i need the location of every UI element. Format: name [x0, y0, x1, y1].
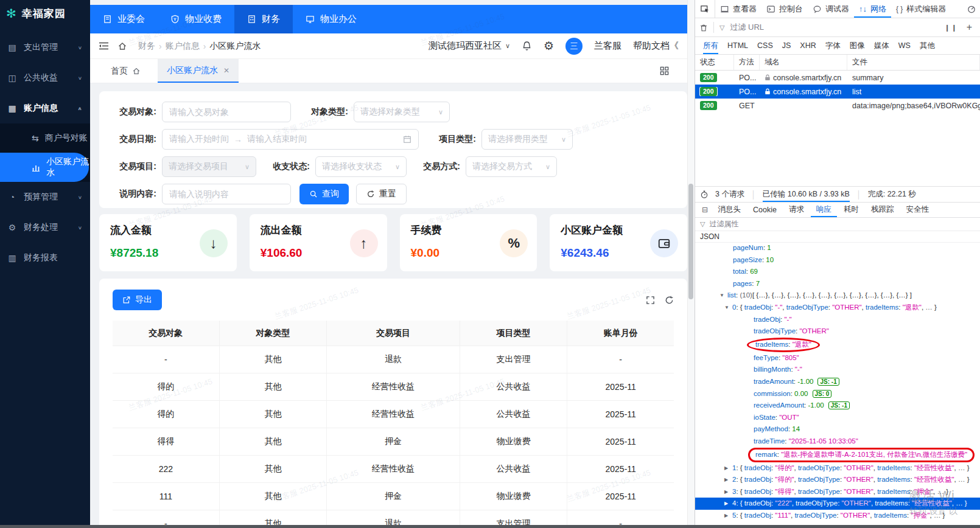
json-prop-tradeAmount[interactable]: tradeAmount: -1.00JS: -1 [695, 376, 980, 388]
json-prop-tradeObjType[interactable]: tradeObjType: "OTHER" [695, 325, 980, 338]
close-tab-icon[interactable]: ✕ [223, 66, 229, 75]
item-type-select[interactable]: 请选择费用类型 ∨ [481, 129, 573, 150]
notification-bell-icon[interactable] [522, 41, 532, 52]
type-filter-其他[interactable]: 其他 [920, 37, 935, 54]
detail-tab-耗时[interactable]: 耗时 [838, 202, 864, 217]
clear-requests-icon[interactable] [699, 23, 708, 32]
network-header-cell[interactable]: 状态 [695, 55, 734, 70]
dock-panel-icon[interactable]: ⊟ [699, 202, 711, 217]
table-row[interactable]: -其他退款支出管理- [113, 346, 674, 373]
help-doc-link[interactable]: 帮助文档《 [633, 40, 679, 52]
json-prop-feeType[interactable]: feeType: "805" [695, 352, 980, 364]
devtools-tab-style-editor[interactable]: { } 样式编辑器 [891, 0, 951, 18]
filter-url-input[interactable]: 过滤 URL [730, 22, 764, 33]
pause-icon[interactable]: ❙❙ [944, 24, 957, 32]
network-header-cell[interactable]: 文件 [847, 55, 980, 70]
sidebar-item-expense[interactable]: ▤ 支出管理 ∨ [0, 32, 90, 63]
table-row[interactable]: 得的其他经营性收益公共收益2025-11 [113, 373, 674, 401]
module-tab-finance[interactable]: 财务 [234, 5, 293, 33]
type-filter-CSS[interactable]: CSS [757, 37, 773, 54]
json-prop-tradeTime[interactable]: tradeTime: "2025-11-05 10:33:05" [695, 436, 980, 448]
apps-grid-icon[interactable] [660, 66, 669, 75]
devtools-tab-console[interactable]: 控制台 [761, 0, 808, 18]
json-prop-receivedAmount[interactable]: receivedAmount: -1.00JS: -1 [695, 400, 980, 412]
type-filter-XHR[interactable]: XHR [800, 37, 816, 54]
sidebar-item-account-flow[interactable]: 小区账户流水 [0, 153, 89, 182]
sidebar-item-merchant-reconcile[interactable]: ⇆ 商户号对账 [0, 123, 90, 153]
io-state-select[interactable]: 请选择收支状态 ∨ [315, 156, 407, 177]
detail-tab-Cookie[interactable]: Cookie [747, 202, 782, 217]
table-row[interactable]: 111其他押金物业缴费2025-11 [113, 483, 674, 510]
refresh-icon[interactable] [665, 296, 674, 305]
page-scrollbar-thumb[interactable] [688, 184, 693, 299]
add-icon[interactable]: + [967, 22, 972, 33]
collapse-menu-icon[interactable] [99, 41, 109, 50]
detail-tab-栈跟踪[interactable]: 栈跟踪 [866, 202, 900, 217]
type-filter-媒体[interactable]: 媒体 [874, 37, 889, 54]
sidebar-item-finance-process[interactable]: ⚙ 财务处理 ∨ [0, 212, 90, 243]
detail-tab-消息头[interactable]: 消息头 [712, 202, 746, 217]
json-node-1[interactable]: ▶1: { tradeObj: "得的", tradeObjType: "OTH… [695, 462, 980, 474]
community-selector[interactable]: 测试德玛西亚社区 ∨ [429, 40, 510, 52]
type-filter-字体[interactable]: 字体 [825, 37, 841, 54]
type-filter-JS[interactable]: JS [782, 37, 791, 54]
table-row[interactable]: 得的其他经营性收益公共收益2025-11 [113, 401, 674, 428]
search-button[interactable]: 查询 [299, 184, 349, 204]
type-filter-WS[interactable]: WS [898, 37, 911, 54]
user-avatar[interactable]: 三 [565, 38, 583, 55]
network-request-row[interactable]: 200PO...console.smartxfjy.cnsummary [695, 71, 980, 85]
type-filter-所有[interactable]: 所有 [703, 37, 718, 54]
network-header-cell[interactable]: 域名 [760, 55, 847, 70]
json-prop-remark[interactable]: remark: "退款-押金退款申请-A-2-101支出, 付款备注\n,微信生… [695, 448, 980, 462]
detail-tab-安全性[interactable]: 安全性 [900, 202, 934, 217]
module-tab-committee[interactable]: 业委会 [90, 5, 158, 33]
sidebar-item-finance-report[interactable]: ▥ 财务报表 [0, 243, 90, 273]
json-prop-pageNum[interactable]: pageNum: 1 [695, 242, 980, 254]
element-picker-icon[interactable] [695, 0, 715, 18]
sidebar-item-budget[interactable]: ◔ 预算管理 ∨ [0, 182, 90, 212]
devtools-tab-debugger[interactable]: 调试器 [808, 0, 854, 18]
tab-account-flow[interactable]: 小区账户流水 ✕ [158, 59, 239, 83]
type-filter-图像[interactable]: 图像 [850, 37, 865, 54]
detail-tab-请求[interactable]: 请求 [783, 202, 810, 217]
user-name[interactable]: 兰客服 [594, 40, 621, 52]
network-request-row[interactable]: 200PO...console.smartxfjy.cnlist [695, 85, 980, 99]
type-filter-HTML[interactable]: HTML [727, 37, 748, 54]
json-prop-tradeObj[interactable]: tradeObj: "-" [695, 314, 980, 326]
sidebar-item-public-income[interactable]: ◫ 公共收益 ∨ [0, 63, 90, 93]
export-button[interactable]: 导出 [113, 290, 162, 310]
json-prop-pages[interactable]: pages: 7 [695, 278, 980, 290]
json-prop-ioState[interactable]: ioState: "OUT" [695, 412, 980, 424]
settings-gear-icon[interactable]: ⚙ [544, 39, 554, 53]
json-prop-payMethod[interactable]: payMethod: 14 [695, 423, 980, 436]
devtools-tab-inspector[interactable]: 查看器 [715, 0, 761, 18]
sidebar-item-account-info[interactable]: ▦ 账户信息 ∧ [0, 93, 90, 123]
trade-item-select[interactable]: 请选择交易项目 ∨ [162, 156, 256, 177]
breadcrumb-account-info[interactable]: 账户信息 [166, 41, 200, 52]
json-list-node[interactable]: ▼list: (10)[ {…}, {…}, {…}, {…}, {…}, {…… [695, 290, 980, 302]
reset-button[interactable]: 重置 [356, 184, 407, 204]
module-tab-property-fee[interactable]: 物业收费 [158, 5, 234, 33]
json-node-0[interactable]: ▼0: { tradeObj: "-", tradeObjType: "OTHE… [695, 302, 980, 314]
json-prop-commission[interactable]: commission: 0.00JS: 0 [695, 388, 980, 400]
trade-object-input[interactable] [162, 102, 291, 122]
json-section-label[interactable]: JSON [695, 231, 980, 243]
object-type-select[interactable]: 请选择对象类型 ∨ [354, 102, 450, 122]
performance-gauge-icon[interactable] [963, 0, 980, 18]
json-prop-billingMonth[interactable]: billingMonth: "-" [695, 364, 980, 376]
trade-method-select[interactable]: 请选择交易方式 ∨ [466, 156, 557, 177]
devtools-tab-network[interactable]: ↑↓ 网络 [854, 0, 891, 18]
tab-home[interactable]: 首页 [111, 66, 141, 77]
network-request-row[interactable]: 200GETdata:image/png;base64,iVBORw0KGgoA… [695, 99, 980, 113]
fullscreen-icon[interactable] [646, 296, 655, 305]
module-tab-property-office[interactable]: 物业办公 [293, 5, 369, 33]
json-prop-total[interactable]: total: 69 [695, 266, 980, 278]
table-row[interactable]: 得得其他押金物业缴费2025-11 [113, 428, 674, 456]
remark-input[interactable] [162, 184, 291, 204]
home-icon[interactable] [117, 41, 127, 51]
filter-properties-input[interactable]: 过滤属性 [709, 219, 738, 229]
table-row[interactable]: 222其他经营性收益公共收益2025-11 [113, 456, 674, 483]
json-prop-pageSize[interactable]: pageSize: 10 [695, 254, 980, 266]
json-node-2[interactable]: ▶2: { tradeObj: "得的", tradeObjType: "OTH… [695, 474, 980, 486]
json-prop-tradeItems[interactable]: tradeItems: "退款" [695, 338, 980, 352]
